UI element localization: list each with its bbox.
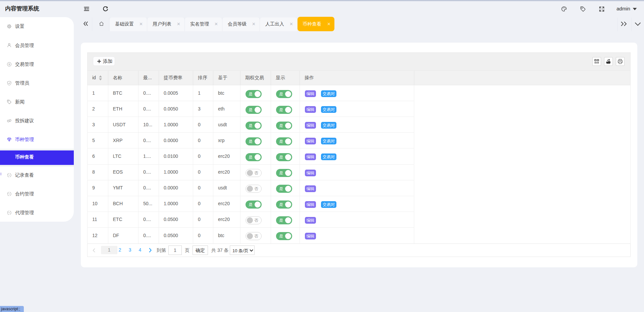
svg-text:$: $ [8, 63, 10, 66]
